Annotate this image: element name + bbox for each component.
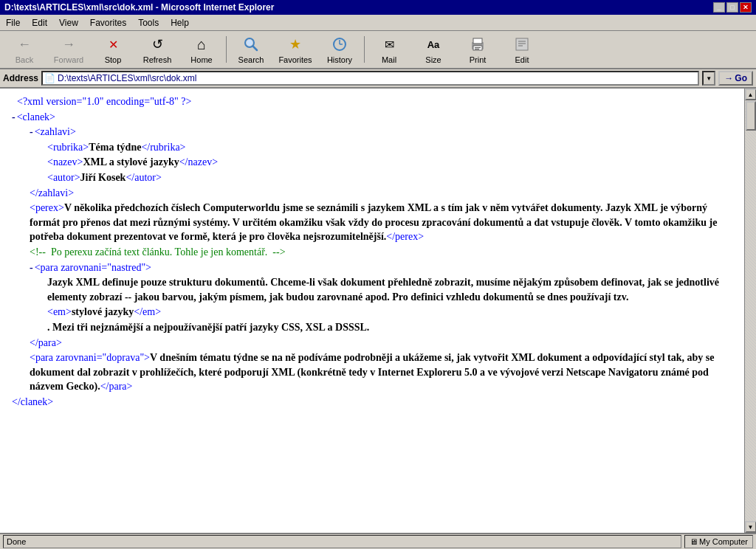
address-input-wrap: 📄	[41, 71, 699, 86]
scrollbar: ▲ ▼	[744, 89, 756, 533]
svg-line-1	[253, 46, 258, 51]
address-dropdown[interactable]: ▼	[702, 71, 715, 86]
menu-bar: File Edit View Favorites Tools Help	[0, 15, 756, 31]
menu-edit[interactable]: Edit	[26, 16, 53, 30]
svg-point-2	[247, 40, 252, 46]
svg-rect-11	[516, 38, 528, 50]
xml-line-perex: <perex>V několika předchozích číslech Co…	[12, 201, 732, 244]
menu-view[interactable]: View	[53, 16, 84, 30]
menu-help[interactable]: Help	[165, 16, 195, 30]
xml-line-rubrika: <rubrika>Téma týdne</rubrika>	[12, 140, 732, 155]
minimize-button[interactable]: _	[713, 2, 725, 13]
go-arrow-icon: →	[724, 73, 733, 83]
xml-line-nazev: <nazev>XML a stylové jazyky</nazev>	[12, 155, 732, 170]
address-input[interactable]	[58, 73, 696, 83]
size-icon: Aa	[423, 35, 444, 54]
xml-line-zahlavi-close: </zahlavi>	[12, 186, 732, 201]
back-button[interactable]: ← Back	[3, 32, 46, 66]
address-bar: Address 📄 ▼ → Go	[0, 69, 756, 89]
home-icon: ⌂	[191, 35, 212, 54]
menu-file[interactable]: File	[0, 16, 26, 30]
status-bar: Done 🖥 My Computer	[0, 533, 756, 549]
edit-icon	[512, 35, 532, 54]
home-button[interactable]: ⌂ Home	[180, 32, 223, 66]
toolbar-separator-1	[226, 36, 227, 63]
xml-line-para-doprava: <para zarovnani="doprava">V dnešním téma…	[12, 351, 732, 394]
stop-icon: ✕	[103, 35, 123, 54]
xml-line-para-nastred-text2: . Mezi tři nejznámější a nejpoužívanější…	[12, 320, 732, 335]
xml-line-autor: <autor>Jiří Kosek</autor>	[12, 170, 732, 185]
window-title: D:\texts\ARTICLES\xml\src\dok.xml - Micr…	[4, 2, 274, 13]
menu-favorites[interactable]: Favorites	[84, 16, 132, 30]
forward-icon: →	[58, 35, 79, 54]
close-button[interactable]: ✕	[740, 2, 752, 13]
mail-button[interactable]: ✉ Mail	[368, 32, 410, 66]
toolbar-separator-2	[364, 36, 365, 63]
collapse-zahlavi[interactable]: -	[30, 126, 33, 137]
xml-content: <?xml version="1.0" encoding="utf-8" ?> …	[0, 89, 744, 533]
scroll-down-button[interactable]: ▼	[745, 521, 757, 533]
maximize-button[interactable]: □	[726, 2, 738, 13]
xml-line-em: <em>stylové jazyky</em>	[12, 305, 732, 320]
collapse-para-nastred[interactable]: -	[30, 262, 33, 273]
edit-button[interactable]: Edit	[501, 32, 543, 66]
xml-line-clanek-open: -<clanek>	[12, 110, 732, 125]
svg-rect-7	[473, 38, 482, 44]
window-controls[interactable]: _ □ ✕	[713, 2, 752, 13]
status-computer: 🖥 My Computer	[684, 535, 753, 548]
xml-line-pi: <?xml version="1.0" encoding="utf-8" ?>	[12, 94, 732, 109]
collapse-clanek[interactable]: -	[12, 111, 16, 122]
xml-line-zahlavi-open: -<zahlavi>	[12, 125, 732, 139]
page-icon: 📄	[44, 73, 55, 83]
stop-button[interactable]: ✕ Stop	[92, 32, 134, 66]
scroll-track	[745, 100, 756, 521]
content-wrapper: <?xml version="1.0" encoding="utf-8" ?> …	[0, 89, 756, 533]
history-button[interactable]: History	[318, 32, 361, 66]
print-icon	[467, 35, 488, 54]
go-button[interactable]: → Go	[718, 71, 753, 86]
xml-line-clanek-close: </clanek>	[12, 395, 732, 410]
menu-tools[interactable]: Tools	[132, 16, 165, 30]
back-icon: ←	[14, 35, 35, 54]
refresh-icon: ↺	[147, 35, 168, 54]
toolbar: ← Back → Forward ✕ Stop ↺ Refresh ⌂ Home…	[0, 31, 756, 69]
status-text: Done	[3, 535, 681, 548]
computer-icon: 🖥	[690, 537, 698, 546]
refresh-button[interactable]: ↺ Refresh	[136, 32, 179, 66]
history-icon	[329, 35, 350, 54]
favorites-button[interactable]: ★ Favorites	[274, 32, 317, 66]
title-bar: D:\texts\ARTICLES\xml\src\dok.xml - Micr…	[0, 0, 756, 15]
search-icon	[241, 35, 261, 54]
search-button[interactable]: Search	[230, 32, 272, 66]
xml-line-para-nastred-open: -<para zarovnani="nastred">	[12, 260, 732, 275]
mail-icon: ✉	[379, 35, 399, 54]
svg-rect-9	[475, 47, 481, 48]
xml-line-para-nastred-close: </para>	[12, 336, 732, 351]
size-button[interactable]: Aa Size	[412, 32, 455, 66]
address-label: Address	[3, 73, 38, 83]
xml-line-para-nastred-text1: Jazyk XML definuje pouze strukturu dokum…	[12, 275, 732, 304]
forward-button[interactable]: → Forward	[47, 32, 90, 66]
favorites-icon: ★	[285, 35, 306, 54]
print-button[interactable]: Print	[456, 32, 499, 66]
xml-line-comment: <!-- Po perexu začíná text článku. Tohle…	[12, 245, 732, 260]
scroll-thumb[interactable]	[746, 101, 756, 131]
scroll-up-button[interactable]: ▲	[745, 89, 757, 100]
svg-rect-10	[475, 49, 479, 49]
